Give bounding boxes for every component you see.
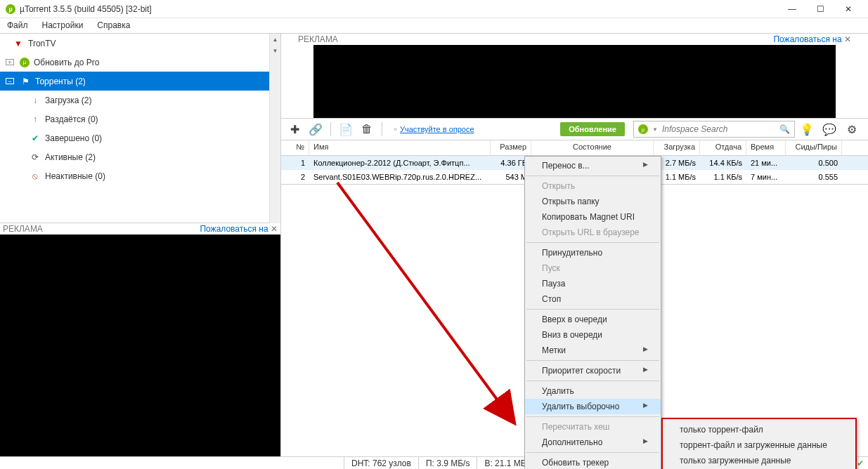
ctx-delete-torrent-only[interactable]: только торрент-файл [663,422,855,437]
add-torrent-button[interactable]: ✚ [285,120,304,138]
col-download[interactable]: Загрузка [654,140,700,155]
app-icon: µ [6,4,15,14]
chat-icon[interactable]: 💬 [820,120,838,138]
trontv-icon: ▼ [13,39,24,48]
search-box[interactable]: µ ▼ 🔍 [633,121,795,138]
sidebar-item-downloading[interactable]: ↓ Загрузка (2) [0,91,280,110]
ctx-queue-down[interactable]: Вниз в очереди [525,327,661,343]
menu-help[interactable]: Справка [90,18,137,33]
scroll-down-icon[interactable]: ▼ [270,45,280,56]
ctx-labels[interactable]: Метки▶ [525,343,661,358]
ctx-delete-selective[interactable]: Удалить выборочно▶ [525,399,661,414]
ctx-pause[interactable]: Пауза [525,276,661,291]
ctx-delete-data-only[interactable]: только загруженные данные [663,453,855,468]
delete-button[interactable]: 🗑 [358,120,376,138]
ctx-open-url: Открыть URL в браузере [525,225,661,240]
ctx-speed-priority[interactable]: Приоритет скорости▶ [525,363,661,378]
ad-text: РЕКЛАМА [298,34,338,44]
sidebar-item-torrents[interactable]: − ⚑ Торренты (2) [0,72,280,91]
menu-settings[interactable]: Настройки [35,18,91,33]
ad-box-top[interactable] [295,45,854,118]
dropdown-icon[interactable]: ▼ [652,126,658,133]
ad-text: РЕКЛАМА [3,224,43,234]
sidebar-item-label: TronTV [28,39,56,48]
row-peers: 0.500 [786,157,842,169]
col-size[interactable]: Размер [491,140,531,155]
col-peers[interactable]: Сиды/Пиры [786,140,842,155]
sidebar-item-label: Торренты (2) [35,77,86,86]
row-time: 7 мин... [746,171,786,183]
new-torrent-button[interactable]: 📄 [337,120,355,138]
ctx-advanced[interactable]: Дополнительно▶ [525,435,661,450]
survey-link[interactable]: Участвуйте в опросе [400,125,474,133]
ctx-copy-magnet[interactable]: Копировать Magnet URI [525,209,661,225]
sidebar-item-label: Загрузка (2) [45,95,92,105]
menu-file[interactable]: Файл [0,18,35,33]
ad-complain-link[interactable]: Пожаловаться на [773,34,841,44]
col-upload[interactable]: Отдача [700,140,746,155]
row-ul: 14.4 КБ/s [700,157,746,169]
settings-icon[interactable]: ⚙ [843,120,861,138]
ctx-open: Открыть [525,178,661,194]
bulb-icon[interactable]: 💡 [798,120,816,138]
row-peers: 0.555 [786,171,842,183]
status-down: П: 3.9 МБ/s [419,457,478,469]
ad-complain-link[interactable]: Пожаловаться на [200,224,268,234]
download-icon: ↓ [30,95,41,105]
ctx-delete[interactable]: Удалить [525,383,661,399]
col-time[interactable]: Время [746,140,786,155]
ctx-stop[interactable]: Стоп [525,291,661,307]
chevron-icon: » [394,126,397,133]
status-ok-icon[interactable]: ✔ [857,458,864,468]
add-link-button[interactable]: 🔗 [306,120,325,138]
active-icon: ⟳ [30,152,41,162]
sidebar-item-active[interactable]: ⟳ Активные (2) [0,147,280,166]
close-button[interactable]: ✕ [834,0,862,18]
window-title: µTorrent 3.5.5 (build 45505) [32-bit] [20,4,152,14]
title-bar: µ µTorrent 3.5.5 (build 45505) [32-bit] … [0,0,868,18]
status-dht: DHT: 762 узлов [344,457,419,469]
check-icon: ✔ [30,133,41,143]
col-name[interactable]: Имя [309,140,491,155]
utorrent-search-icon: µ [638,124,648,134]
ctx-force[interactable]: Принудительно [525,245,661,260]
ctx-update-tracker[interactable]: Обновить трекер [525,455,661,469]
ctx-open-folder[interactable]: Открыть папку [525,194,661,209]
row-name: Servant.S01E03.WEBRip.720p.rus.2.0.HDREZ… [309,171,491,183]
grid-header: № Имя Размер Состояние Загрузка Отдача В… [281,140,868,156]
sidebar-item-label: Обновить до Pro [34,58,99,67]
search-input[interactable] [662,124,775,134]
sidebar-item-completed[interactable]: ✔ Завершено (0) [0,128,280,147]
maximize-button[interactable]: ☐ [806,0,834,18]
ad-close-icon[interactable]: ✕ [844,34,851,44]
sidebar-item-label: Активные (2) [45,152,96,162]
utorrent-icon: µ [20,58,30,67]
minimize-button[interactable]: — [778,0,806,18]
expand-icon[interactable]: + [6,59,14,65]
sidebar-item-seeding[interactable]: ↑ Раздаётся (0) [0,110,280,128]
update-button[interactable]: Обновление [560,122,625,136]
ad-close-icon[interactable]: ✕ [271,224,278,234]
col-state[interactable]: Состояние [531,140,654,155]
sidebar-item-label: Завершено (0) [45,133,102,143]
context-menu: Перенос в...▶ Открыть Открыть папку Копи… [524,156,661,469]
sidebar-item-inactive[interactable]: ⦸ Неактивные (0) [0,166,280,185]
scroll-up-icon[interactable]: ▲ [270,34,280,45]
ad-box-side[interactable] [0,234,280,456]
sidebar-item-trontv[interactable]: ▼ TronTV [0,34,280,53]
search-icon[interactable]: 🔍 [779,124,790,134]
collapse-icon[interactable]: − [6,78,14,84]
upload-icon: ↑ [30,114,41,124]
col-num[interactable]: № [281,140,309,155]
sidebar-scrollbar[interactable]: ▲ ▼ [269,34,280,223]
ad-label-top: РЕКЛАМА Пожаловаться на ✕ [295,34,854,45]
ctx-move[interactable]: Перенос в...▶ [525,158,661,173]
row-time: 21 ми... [746,157,786,169]
sidebar-item-label: Раздаётся (0) [45,114,98,124]
ctx-queue-up[interactable]: Вверх в очереди [525,312,661,327]
ctx-delete-torrent-and-data[interactable]: торрент-файл и загруженные данные [663,437,855,453]
row-num: 1 [281,157,309,169]
sidebar-item-label: Неактивные (0) [45,171,105,181]
sidebar-item-upgrade[interactable]: + µ Обновить до Pro [0,53,280,72]
menu-bar: Файл Настройки Справка [0,18,868,34]
